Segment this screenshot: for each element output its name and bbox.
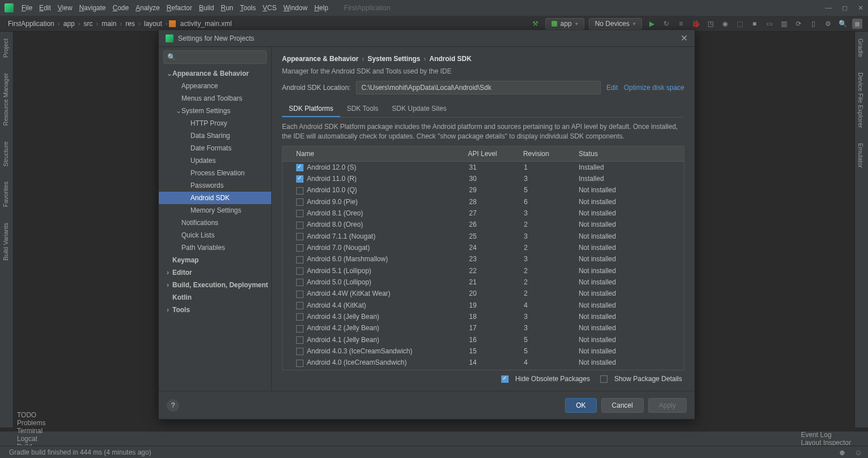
show-details-checkbox[interactable]: Show Package Details bbox=[600, 375, 682, 383]
menu-edit[interactable]: Edit bbox=[36, 3, 54, 13]
row-checkbox[interactable] bbox=[296, 210, 303, 217]
menu-tools[interactable]: Tools bbox=[237, 3, 259, 13]
row-checkbox[interactable] bbox=[296, 233, 303, 240]
breadcrumb-item[interactable]: src bbox=[81, 20, 95, 28]
minimize-icon[interactable]: — bbox=[825, 4, 832, 12]
menu-view[interactable]: View bbox=[54, 3, 76, 13]
device-icon[interactable]: ▯ bbox=[808, 19, 818, 29]
settings-tree-appearance-behavior[interactable]: ⌄Appearance & Behavior bbox=[159, 67, 271, 80]
tab-sdk-tools[interactable]: SDK Tools bbox=[340, 101, 385, 117]
ok-button[interactable]: OK bbox=[565, 398, 596, 413]
right-tool-device-file-explorer[interactable]: Device File Explorer bbox=[855, 68, 866, 132]
sdk-row[interactable]: Android 7.0 (Nougat)242Not installed bbox=[283, 242, 684, 253]
avd-icon[interactable]: ▭ bbox=[764, 19, 774, 29]
row-checkbox[interactable] bbox=[296, 267, 303, 275]
tab-sdk-update-sites[interactable]: SDK Update Sites bbox=[385, 101, 454, 117]
settings-tree-data-sharing[interactable]: Data Sharing bbox=[159, 129, 271, 142]
row-checkbox[interactable] bbox=[296, 187, 303, 195]
breadcrumb-item[interactable]: activity_main.xml bbox=[178, 20, 234, 28]
settings-tree-process-elevation[interactable]: Process Elevation bbox=[159, 167, 271, 179]
sdk-row[interactable]: Android 4.3 (Jelly Bean)183Not installed bbox=[283, 311, 684, 322]
settings-tree-http-proxy[interactable]: HTTP Proxy bbox=[159, 117, 271, 129]
sdk-row[interactable]: Android 5.0 (Lollipop)212Not installed bbox=[283, 276, 684, 288]
sdk-row[interactable]: Android 6.0 (Marshmallow)233Not installe… bbox=[283, 253, 684, 265]
menu-refactor[interactable]: Refactor bbox=[163, 3, 196, 13]
row-checkbox[interactable] bbox=[296, 164, 303, 171]
settings-tree-quick-lists[interactable]: Quick Lists bbox=[159, 229, 271, 241]
breadcrumb-item[interactable]: main bbox=[99, 20, 119, 28]
maximize-icon[interactable]: ◻ bbox=[842, 4, 848, 12]
help-icon[interactable]: ? bbox=[167, 399, 179, 412]
menu-window[interactable]: Window bbox=[280, 3, 311, 13]
settings-tree-tools[interactable]: ›Tools bbox=[159, 304, 271, 316]
column-header[interactable]: API Level bbox=[463, 146, 519, 162]
row-checkbox[interactable] bbox=[296, 360, 303, 367]
search-icon[interactable]: 🔍 bbox=[837, 19, 848, 29]
bottom-tool-problems[interactable]: Problems bbox=[17, 419, 62, 427]
settings-tree-system-settings[interactable]: ⌄System Settings bbox=[159, 105, 271, 117]
dialog-close-icon[interactable]: ✕ bbox=[680, 33, 688, 44]
settings-tree-appearance[interactable]: Appearance bbox=[159, 80, 271, 92]
sdk-row[interactable]: Android 12.0 (S)311Installed bbox=[283, 162, 684, 173]
sdk-row[interactable]: Android 10.0 (Q)295Not installed bbox=[283, 184, 684, 196]
column-header[interactable] bbox=[283, 146, 292, 162]
sdk-row[interactable]: Android 4.4 (KitKat)194Not installed bbox=[283, 300, 684, 311]
settings-tree-notifications[interactable]: Notifications bbox=[159, 217, 271, 229]
row-checkbox[interactable] bbox=[296, 256, 303, 263]
hammer-icon[interactable]: ⚒ bbox=[531, 19, 541, 29]
row-checkbox[interactable] bbox=[296, 348, 303, 355]
ide-status-icon[interactable]: ☻ bbox=[838, 448, 847, 457]
cancel-button[interactable]: Cancel bbox=[601, 398, 644, 413]
sync-icon[interactable]: ⟳ bbox=[793, 19, 804, 29]
settings-tree-kotlin[interactable]: Kotlin bbox=[159, 291, 271, 304]
settings-tree-editor[interactable]: ›Editor bbox=[159, 266, 271, 279]
debug-icon[interactable]: 🐞 bbox=[691, 19, 701, 29]
right-tool-gradle[interactable]: Gradle bbox=[855, 34, 866, 62]
settings-tree-passwords[interactable]: Passwords bbox=[159, 179, 271, 192]
row-checkbox[interactable] bbox=[296, 198, 303, 206]
menu-run[interactable]: Run bbox=[218, 3, 237, 13]
sdk-location-input[interactable] bbox=[356, 81, 601, 94]
more-icon[interactable]: ■ bbox=[749, 19, 760, 29]
hide-obsolete-checkbox[interactable]: Hide Obsolete Packages bbox=[501, 375, 590, 383]
settings-tree-menus-and-toolbars[interactable]: Menus and Toolbars bbox=[159, 92, 271, 105]
row-checkbox[interactable] bbox=[296, 222, 303, 229]
menu-build[interactable]: Build bbox=[196, 3, 218, 13]
left-tool-project[interactable]: Project bbox=[0, 34, 11, 62]
bottom-tool-event-log[interactable]: Event Log bbox=[801, 431, 851, 439]
bottom-tool-terminal[interactable]: Terminal bbox=[17, 427, 62, 435]
row-checkbox[interactable] bbox=[296, 279, 303, 286]
left-tool-resource-manager[interactable]: Resource Manager bbox=[0, 68, 11, 131]
row-checkbox[interactable] bbox=[296, 336, 303, 344]
sdk-row[interactable]: Android 4.2 (Jelly Bean)173Not installed bbox=[283, 322, 684, 334]
settings-tree-path-variables[interactable]: Path Variables bbox=[159, 241, 271, 254]
breadcrumb-item[interactable]: res bbox=[123, 20, 137, 28]
optimize-link[interactable]: Optimize disk space bbox=[624, 84, 684, 92]
sdk-row[interactable]: Android 4.1 (Jelly Bean)165Not installed bbox=[283, 334, 684, 345]
sdk-row[interactable]: Android 4.0.3 (IceCreamSandwich)155Not i… bbox=[283, 345, 684, 357]
menu-file[interactable]: File bbox=[18, 3, 36, 13]
row-checkbox[interactable] bbox=[296, 291, 303, 298]
sdk-row[interactable]: Android 8.1 (Oreo)273Not installed bbox=[283, 208, 684, 219]
menu-help[interactable]: Help bbox=[311, 3, 332, 13]
memory-icon[interactable]: ☺ bbox=[854, 448, 862, 457]
sdk-row[interactable]: Android 7.1.1 (Nougat)253Not installed bbox=[283, 231, 684, 242]
left-tool-structure[interactable]: Structure bbox=[0, 137, 11, 171]
row-checkbox[interactable] bbox=[296, 244, 303, 252]
stop-icon[interactable]: ≡ bbox=[676, 19, 686, 29]
sdk-row[interactable]: Android 8.0 (Oreo)262Not installed bbox=[283, 219, 684, 230]
column-header[interactable]: Status bbox=[574, 146, 684, 162]
left-tool-build-variants[interactable]: Build Variants bbox=[0, 218, 11, 265]
sdk-row[interactable]: Android 9.0 (Pie)286Not installed bbox=[283, 196, 684, 208]
profiler-icon[interactable]: ◉ bbox=[720, 19, 730, 29]
sdk-row[interactable]: Android 4.0 (IceCreamSandwich)144Not ins… bbox=[283, 357, 684, 368]
settings-tree-updates[interactable]: Updates bbox=[159, 154, 271, 167]
edit-link[interactable]: Edit bbox=[606, 84, 618, 92]
tab-sdk-platforms[interactable]: SDK Platforms bbox=[282, 101, 340, 117]
sdk-icon[interactable]: ▥ bbox=[779, 19, 789, 29]
rerun-icon[interactable]: ↻ bbox=[661, 19, 671, 29]
attach-icon[interactable]: ⬚ bbox=[735, 19, 745, 29]
column-header[interactable]: Name bbox=[292, 146, 463, 162]
row-checkbox[interactable] bbox=[296, 325, 303, 332]
close-icon[interactable]: ✕ bbox=[858, 4, 863, 12]
